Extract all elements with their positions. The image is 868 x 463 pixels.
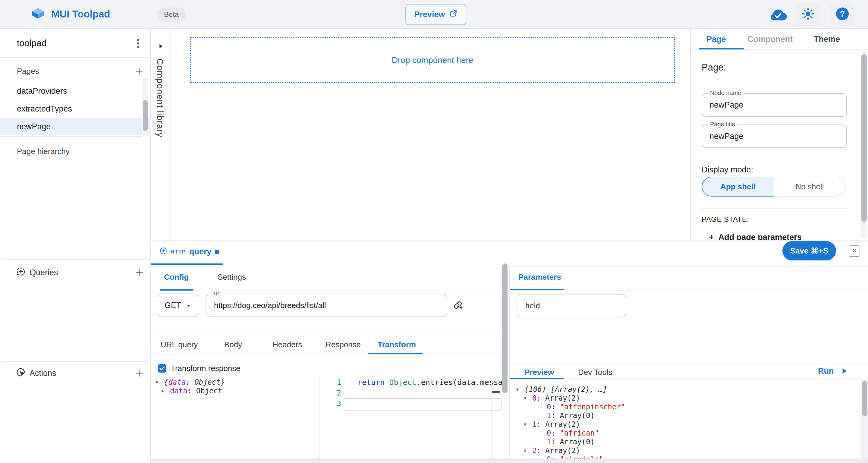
sidebar-item-extractedtypes[interactable]: extractedTypes (0, 100, 159, 118)
add-page-parameters-label: Add page parameters (718, 233, 802, 240)
chevron-right-icon[interactable] (157, 43, 164, 51)
result-scrollbar[interactable] (861, 380, 868, 459)
query-tab[interactable]: query (189, 247, 212, 256)
add-page-parameters-button[interactable]: +Add page parameters (709, 233, 860, 240)
active-tab-indicator (699, 48, 744, 50)
node-name-value: newPage (710, 94, 744, 116)
display-mode-no-shell[interactable]: No shell (774, 177, 846, 196)
tab-response[interactable]: Response (326, 335, 361, 354)
inspector-heading: Page: (702, 62, 726, 73)
page-hierarchy-label: Page hierarchy (17, 145, 70, 158)
plus-icon: + (709, 233, 714, 240)
query-tab-indicator (151, 264, 223, 265)
parameter-name-value: field (526, 295, 540, 317)
tab-component[interactable]: Component (747, 29, 793, 50)
line-number-gutter: 1 2 3 (320, 377, 341, 409)
tab-config[interactable]: Config (164, 273, 189, 282)
tree-row[interactable]: 1: Array(0) (513, 411, 857, 420)
queries-section-header: Queries (30, 266, 58, 279)
scope-tree-root[interactable]: ▼{data: Object} (156, 378, 225, 387)
expander-down-icon[interactable]: ▼ (156, 378, 164, 387)
project-menu-kebab-icon[interactable] (131, 37, 145, 51)
tab-parameters[interactable]: Parameters (518, 273, 561, 282)
pages-scrollbar[interactable] (142, 78, 148, 137)
code-content: return Object.entries(data.messag (358, 377, 502, 388)
close-query-panel-button[interactable] (849, 245, 860, 257)
run-play-icon[interactable] (840, 367, 848, 376)
url-field-value: https://dog.ceo/api/breeds/list/all (214, 294, 326, 316)
toolpad-editor: MUI Toolpad Beta Preview (0, 0, 868, 463)
drop-zone[interactable]: Drop component here (190, 37, 675, 83)
segment-label: No shell (796, 182, 824, 191)
save-button[interactable]: Save ⌘+S (782, 241, 836, 260)
actions-divider (2, 361, 148, 362)
transform-response-label: Transform response (170, 362, 241, 375)
url-field[interactable]: url https://dog.ceo/api/breeds/list/all (206, 294, 447, 317)
actions-icon (16, 367, 26, 379)
inspector-divider (702, 208, 847, 209)
query-panel-scrollbar-thumb[interactable] (502, 264, 507, 393)
preview-tabs-divider (510, 379, 868, 380)
tree-row[interactable]: ▼1: Array(2) (513, 420, 857, 429)
help-icon: ? (835, 7, 849, 22)
tab-headers[interactable]: Headers (273, 335, 302, 354)
current-line-highlight (344, 398, 501, 410)
unsaved-dot-indicator (215, 250, 219, 254)
tree-row[interactable]: 1: Array(0) (513, 438, 857, 446)
inspector-scrollbar[interactable] (861, 51, 867, 239)
page-state-label: PAGE STATE: (702, 215, 749, 224)
app-title: MUI Toolpad (51, 0, 110, 28)
tab-transform[interactable]: Transform (378, 335, 416, 354)
tree-row[interactable]: 0: "affenpinscher" (513, 403, 857, 411)
bind-link-icon[interactable] (453, 300, 464, 312)
tree-row[interactable]: 0: "african" (513, 429, 857, 438)
overview-ruler-marker (492, 391, 500, 393)
run-button-label[interactable]: Run (818, 367, 834, 376)
method-value: GET (164, 294, 181, 316)
cloud-synced-icon (769, 7, 787, 22)
svg-text:?: ? (840, 9, 845, 19)
scope-tree: ▼{data: Object} ▶data: Object (156, 378, 225, 396)
pages-section-header: Pages (17, 64, 39, 78)
sidebar-item-dataproviders[interactable]: dataProviders (0, 82, 159, 100)
tab-theme[interactable]: Theme (814, 29, 840, 50)
queries-icon (16, 267, 26, 278)
tree-row[interactable]: ▼2: Array(2) (513, 446, 857, 455)
add-action-button[interactable] (133, 367, 146, 380)
node-name-field[interactable]: Node name newPage (702, 93, 847, 117)
tab-dev-tools[interactable]: Dev Tools (578, 368, 613, 377)
theme-toggle-button[interactable] (796, 3, 820, 26)
tree-row[interactable]: ▼(106) [Array(2), …] (513, 385, 857, 394)
add-query-button[interactable] (133, 266, 146, 279)
scope-tree-data[interactable]: ▶data: Object (156, 387, 225, 396)
tab-preview[interactable]: Preview (524, 368, 554, 377)
component-library-label: Component library (155, 59, 165, 137)
project-name: toolpad (17, 29, 46, 57)
parameter-name-field[interactable]: field (517, 294, 626, 317)
tab-body[interactable]: Body (224, 335, 242, 354)
chevron-down-icon (186, 303, 192, 309)
sidebar-item-newpage[interactable]: newPage (0, 118, 159, 135)
parameters-tabs-divider (510, 290, 868, 290)
external-link-icon (450, 9, 458, 20)
tab-page[interactable]: Page (707, 29, 726, 50)
expander-right-icon[interactable]: ▶ (161, 387, 170, 396)
method-select[interactable]: GET (157, 294, 198, 317)
light-mode-sun-icon (802, 7, 814, 22)
page-title-field[interactable]: Page title newPage (702, 124, 847, 148)
save-button-label: Save ⌘+S (790, 246, 828, 256)
tab-url-query[interactable]: URL query (161, 335, 198, 354)
result-scrollbar-thumb[interactable] (862, 381, 867, 416)
transform-code-editor[interactable]: 1 2 3 return Object.entries(data.messag (319, 375, 502, 459)
help-button[interactable]: ? (830, 3, 855, 26)
display-mode-app-shell[interactable]: App shell (702, 177, 774, 196)
tree-row[interactable]: ▼0: Array(2) (513, 394, 857, 403)
transform-response-checkbox[interactable] (158, 364, 166, 373)
result-section-divider (510, 364, 868, 364)
tab-settings[interactable]: Settings (218, 273, 246, 282)
query-panel-scrollbar[interactable] (502, 264, 507, 458)
inspector-scrollbar-thumb[interactable] (861, 54, 867, 222)
add-page-button[interactable] (133, 64, 146, 78)
preview-button[interactable]: Preview (405, 4, 466, 25)
pages-scrollbar-thumb[interactable] (143, 100, 148, 131)
